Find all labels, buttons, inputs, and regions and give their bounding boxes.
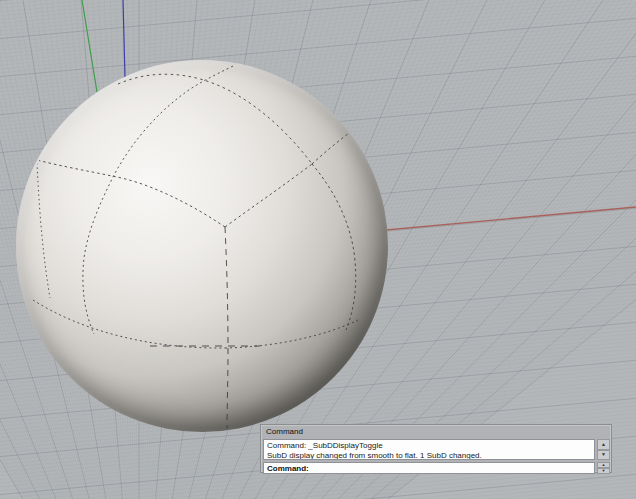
scroll-down-button[interactable]: ▼ bbox=[597, 450, 610, 461]
subd-edge-bottom-left bbox=[33, 300, 225, 348]
command-panel: Command Command: _SubDDisplayToggle SubD… bbox=[260, 424, 612, 473]
command-spinner: ▲ ▼ bbox=[597, 462, 610, 474]
command-history-line: SubD display changed from smooth to flat… bbox=[267, 451, 591, 461]
subd-edge-sweep bbox=[83, 66, 233, 334]
command-panel-title: Command bbox=[261, 425, 611, 439]
command-history-line: Command: _SubDDisplayToggle bbox=[267, 441, 591, 451]
history-scrollbar: ▲ ▼ bbox=[597, 439, 610, 460]
command-prompt-label: Command: bbox=[267, 464, 309, 473]
command-prompt[interactable]: Command: bbox=[263, 462, 595, 474]
subd-edge-top-arc bbox=[118, 74, 312, 164]
subd-edge-vertical bbox=[225, 227, 228, 430]
subd-edge-bottom-right bbox=[225, 320, 358, 348]
spinner-down-button[interactable]: ▼ bbox=[597, 468, 610, 474]
command-history[interactable]: Command: _SubDDisplayToggle SubD display… bbox=[263, 439, 595, 460]
scroll-up-button[interactable]: ▲ bbox=[597, 439, 610, 450]
subd-edge-top-right bbox=[312, 133, 349, 164]
subd-edge-left-silhouette bbox=[37, 163, 50, 298]
perspective-viewport[interactable]: Command Command: _SubDDisplayToggle SubD… bbox=[0, 0, 636, 499]
command-input[interactable] bbox=[311, 463, 591, 473]
subd-edge-upper-right bbox=[225, 164, 312, 227]
subd-edge-upper-left bbox=[37, 160, 225, 227]
subd-edge-right-side bbox=[312, 164, 356, 330]
